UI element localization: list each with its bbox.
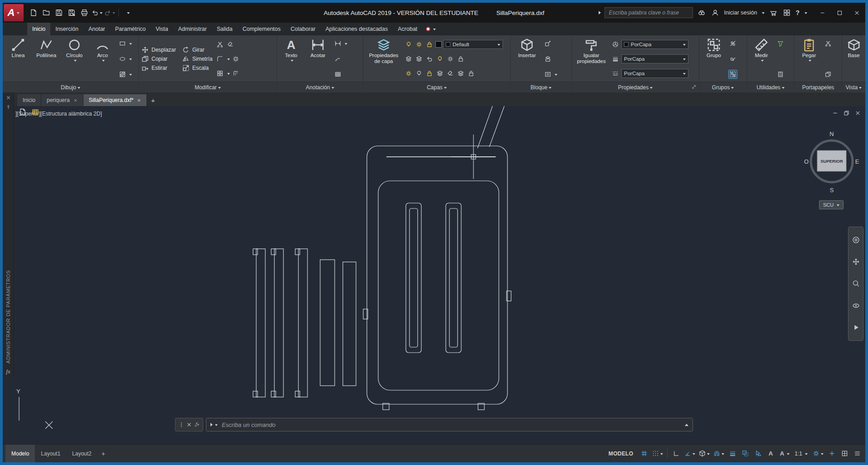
circle-button[interactable]: Círculo bbox=[62, 37, 87, 81]
layer-merge-icon[interactable] bbox=[435, 69, 444, 78]
layer-freeze-all-icon[interactable] bbox=[456, 54, 465, 63]
rectangle-flyout-arrow-icon[interactable] bbox=[129, 43, 132, 45]
group-button[interactable]: Grupo bbox=[702, 37, 726, 81]
file-tab-periquera[interactable]: periquera bbox=[41, 94, 83, 106]
viewport-restore-button[interactable] bbox=[844, 110, 849, 118]
layer-on-icon[interactable] bbox=[404, 69, 413, 78]
tray-drawing-icon[interactable] bbox=[18, 107, 27, 116]
app-menu-button[interactable]: A bbox=[4, 4, 24, 21]
annotation-visibility-icon[interactable] bbox=[765, 448, 776, 459]
edit-block-button[interactable] bbox=[543, 39, 552, 48]
quick-properties-icon[interactable] bbox=[839, 448, 850, 459]
help-arrow-icon[interactable] bbox=[805, 12, 807, 14]
palette-close-icon[interactable] bbox=[6, 95, 11, 100]
search-input[interactable] bbox=[605, 7, 693, 18]
maximize-button[interactable] bbox=[831, 4, 848, 22]
block-attributes-button[interactable] bbox=[543, 70, 552, 79]
new-layout-button[interactable]: + bbox=[98, 450, 109, 457]
layer-walk-icon[interactable] bbox=[456, 69, 465, 78]
save-button[interactable] bbox=[54, 7, 64, 19]
ribbon-tab-acrobat[interactable]: Acrobat bbox=[393, 23, 422, 35]
quick-calc-button[interactable] bbox=[776, 70, 785, 79]
sign-in-button[interactable]: Iniciar sesión bbox=[724, 10, 757, 16]
layer-isolate-icon[interactable] bbox=[435, 54, 444, 63]
linear-dimension-button[interactable] bbox=[333, 39, 342, 48]
hatch-button[interactable] bbox=[118, 70, 127, 79]
qat-customize-button[interactable] bbox=[122, 7, 133, 19]
erase-button[interactable] bbox=[226, 40, 235, 49]
annotation-monitor-icon[interactable] bbox=[826, 448, 837, 459]
save-as-button[interactable] bbox=[66, 7, 77, 19]
undo-button[interactable] bbox=[92, 7, 102, 19]
ribbon-tab-vista[interactable]: Vista bbox=[151, 23, 173, 35]
command-prompt-icon[interactable] bbox=[210, 423, 218, 426]
block-attributes-arrow-icon[interactable] bbox=[555, 74, 557, 76]
base-view-button[interactable]: Base bbox=[845, 37, 863, 81]
palette-pin-icon[interactable] bbox=[6, 105, 11, 110]
layer-unlock-icon[interactable] bbox=[425, 69, 434, 78]
snap-mode-icon[interactable] bbox=[651, 448, 664, 459]
annotation-autoscale-icon[interactable] bbox=[778, 448, 790, 459]
stretch-button[interactable]: Estirar bbox=[141, 64, 176, 72]
layout-tab-layout1[interactable]: Layout1 bbox=[35, 445, 66, 462]
ortho-mode-icon[interactable] bbox=[671, 448, 682, 459]
tab-close-icon[interactable] bbox=[73, 98, 78, 102]
move-button[interactable]: Desplazar bbox=[141, 46, 176, 53]
ribbon-tab-complementos[interactable]: Complementos bbox=[238, 23, 286, 35]
panel-label-vista[interactable]: Vista bbox=[842, 82, 865, 92]
new-file-button[interactable] bbox=[28, 7, 39, 19]
panel-label-bloque[interactable]: Bloque bbox=[511, 82, 571, 92]
ellipse-button[interactable] bbox=[118, 54, 127, 63]
orbit-icon[interactable] bbox=[852, 302, 860, 310]
layout-tab-layout2[interactable]: Layout2 bbox=[66, 445, 98, 462]
ungroup-button[interactable] bbox=[728, 39, 737, 48]
transparency-icon[interactable] bbox=[740, 448, 751, 459]
fillet-button[interactable] bbox=[215, 54, 224, 63]
ribbon-tab-parametrico[interactable]: Paramétrico bbox=[110, 23, 151, 35]
isometric-drafting-icon[interactable] bbox=[698, 448, 711, 459]
layer-freeze-icon[interactable] bbox=[414, 40, 424, 49]
panel-label-utilidades[interactable]: Utilidades bbox=[747, 82, 794, 92]
new-file-tab-button[interactable]: + bbox=[147, 94, 159, 106]
panel-label-anotacion[interactable]: Anotación bbox=[277, 82, 363, 92]
redo-button[interactable] bbox=[104, 7, 115, 19]
paste-flyout-arrow-icon[interactable] bbox=[809, 60, 811, 62]
insert-block-button[interactable]: Insertar bbox=[513, 37, 541, 81]
object-snap-icon[interactable] bbox=[712, 448, 725, 459]
measure-flyout-arrow-icon[interactable] bbox=[761, 60, 764, 62]
hatch-flyout-arrow-icon[interactable] bbox=[129, 74, 132, 76]
layer-state-dropdown[interactable]: Default bbox=[443, 40, 503, 49]
layout-tab-modelo[interactable]: Modelo bbox=[5, 445, 35, 462]
show-motion-icon[interactable] bbox=[852, 324, 860, 331]
sign-in-arrow-icon[interactable] bbox=[762, 12, 765, 14]
panel-label-capas[interactable]: Capas bbox=[363, 82, 510, 92]
ribbon-display-options-button[interactable] bbox=[422, 23, 439, 35]
search-collapse-icon[interactable] bbox=[599, 11, 601, 15]
plot-button[interactable] bbox=[79, 7, 90, 19]
fillet-flyout-arrow-icon[interactable] bbox=[227, 58, 230, 60]
app-store-cart-icon[interactable] bbox=[768, 8, 778, 18]
trim-button[interactable] bbox=[215, 40, 224, 49]
layer-lock-icon[interactable] bbox=[425, 40, 434, 49]
linetype-dropdown[interactable]: PorCapa bbox=[621, 69, 688, 78]
color-wheel-icon[interactable] bbox=[611, 40, 620, 49]
scu-button[interactable]: SCU bbox=[819, 200, 844, 209]
layer-make-current-icon[interactable] bbox=[404, 54, 413, 63]
table-button[interactable] bbox=[333, 70, 342, 79]
panel-label-modificar[interactable]: Modificar bbox=[139, 82, 277, 92]
text-flyout-arrow-icon[interactable] bbox=[291, 60, 293, 62]
layer-off-icon[interactable] bbox=[404, 40, 413, 49]
drawing-viewport[interactable]: Y SUPERIOR N E S O ][Superior][Estructur… bbox=[3, 106, 865, 444]
lineweight-dropdown[interactable]: PorCapa bbox=[621, 54, 688, 63]
drawing-canvas[interactable]: Y SUPERIOR N E S O bbox=[3, 106, 865, 444]
redo-flyout-arrow-icon[interactable] bbox=[112, 12, 115, 14]
close-button[interactable] bbox=[848, 4, 865, 22]
undo-flyout-arrow-icon[interactable] bbox=[100, 12, 102, 14]
command-customize-wrench-icon[interactable] bbox=[194, 422, 200, 427]
edit-group-button[interactable] bbox=[728, 54, 737, 63]
panel-label-grupos[interactable]: Grupos bbox=[699, 82, 746, 92]
lineweight-display-icon[interactable] bbox=[727, 448, 738, 459]
tab-close-icon[interactable] bbox=[137, 98, 141, 102]
layer-thaw-icon[interactable] bbox=[414, 69, 424, 78]
search-icon[interactable] bbox=[697, 8, 707, 18]
